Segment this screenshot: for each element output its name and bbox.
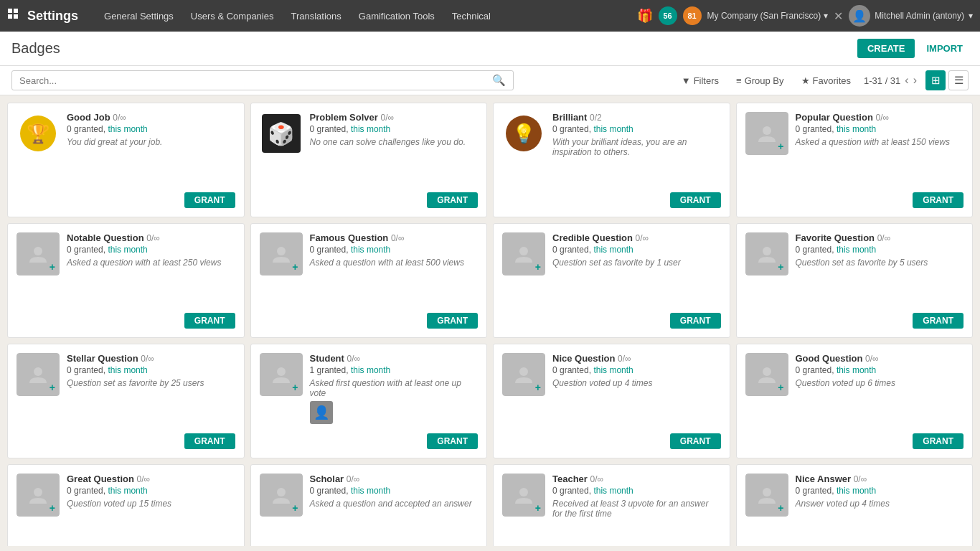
badge-count: 0/∞ (618, 354, 631, 364)
search-input[interactable] (19, 75, 492, 86)
badge-info: Nice Question 0/∞ 0 granted, this month … (552, 353, 721, 428)
badge-name[interactable]: Good Question (796, 353, 863, 364)
badge-name[interactable]: Good Job (67, 112, 110, 123)
badge-user-avatar: 👤 (310, 401, 333, 424)
main-content: 🏆 Good Job 0/∞ 0 granted, this month You… (0, 95, 980, 546)
menu-general-settings[interactable]: General Settings (97, 8, 181, 24)
menu-translations[interactable]: Translations (283, 8, 348, 24)
grant-button[interactable]: GRANT (913, 192, 963, 208)
badge-info: Nice Answer 0/∞ 0 granted, this month An… (796, 474, 964, 546)
svg-point-11 (519, 367, 528, 376)
badge-info: Favorite Question 0/∞ 0 granted, this mo… (796, 232, 964, 307)
badge-name[interactable]: Credible Question (552, 232, 633, 243)
badge-card-top: 🏆 Good Job 0/∞ 0 granted, this month You… (17, 112, 235, 187)
grant-button[interactable]: GRANT (184, 192, 235, 208)
company-switcher[interactable]: My Company (San Francisco) ▾ (707, 11, 829, 21)
badge-name[interactable]: Scholar (310, 474, 344, 484)
grant-button[interactable]: GRANT (913, 433, 963, 449)
badge-card: Famous Question 0/∞ 0 granted, this mont… (250, 223, 488, 338)
favorites-button[interactable]: ★ Favorites (797, 73, 855, 88)
badge-desc: Question set as favorite by 25 users (67, 378, 235, 388)
badge-card-top: Great Question 0/∞ 0 granted, this month… (17, 474, 235, 546)
grant-button[interactable]: GRANT (427, 313, 478, 329)
import-button[interactable]: IMPORT (920, 39, 969, 58)
menu-users-companies[interactable]: Users & Companies (184, 8, 281, 24)
badge-name[interactable]: Great Question (67, 474, 134, 484)
menu-gamification-tools[interactable]: Gamification Tools (352, 8, 442, 24)
groupby-icon: ≡ (736, 75, 742, 86)
svg-point-16 (763, 488, 771, 496)
badge-icon-wrap: 🎲 (260, 112, 303, 155)
filter-icon: ▼ (682, 75, 691, 86)
search-toolbar: 🔍 ▼ Filters ≡ Group By ★ Favorites 1-31 … (0, 66, 980, 95)
badge-desc: Question voted up 6 times (796, 378, 964, 388)
badge-granted: 0 granted, this month (310, 486, 479, 496)
badge-icon-wrap (17, 232, 60, 276)
badge-name[interactable]: Problem Solver (310, 112, 378, 123)
message-badge[interactable]: 81 (683, 6, 702, 25)
badge-granted: 0 granted, this month (796, 365, 964, 375)
grant-button[interactable]: GRANT (670, 433, 721, 449)
grant-button[interactable]: GRANT (427, 433, 478, 449)
badge-name[interactable]: Brilliant (552, 112, 587, 123)
badge-card-top: Popular Question 0/∞ 0 granted, this mon… (745, 112, 964, 187)
badge-name-line: Brilliant 0/2 (552, 112, 721, 123)
badge-info: Stellar Question 0/∞ 0 granted, this mon… (67, 353, 235, 428)
top-navigation: Settings General Settings Users & Compan… (0, 0, 980, 32)
grant-button[interactable]: GRANT (184, 313, 235, 329)
badge-icon-placeholder (260, 474, 303, 517)
user-menu[interactable]: 👤 Mitchell Admin (antony) ▾ (849, 5, 973, 27)
badge-name-line: Credible Question 0/∞ (552, 232, 721, 243)
badge-info: Credible Question 0/∞ 0 granted, this mo… (552, 232, 721, 307)
svg-point-15 (519, 488, 528, 496)
badge-desc: Asked a question with at least 150 views (796, 137, 964, 147)
badge-name-line: Nice Question 0/∞ (552, 353, 721, 364)
gift-icon[interactable]: 🎁 (637, 8, 653, 24)
groupby-button[interactable]: ≡ Group By (732, 73, 788, 88)
badge-icon-placeholder (745, 353, 788, 396)
badge-name[interactable]: Nice Question (552, 353, 615, 364)
grid-view-button[interactable]: ⊞ (925, 70, 946, 90)
topnav-right: 🎁 56 81 My Company (San Francisco) ▾ ✕ 👤… (637, 5, 973, 27)
create-button[interactable]: CREATE (857, 39, 915, 58)
badge-card-bottom: GRANT (502, 313, 721, 329)
badge-desc: Question voted up 4 times (552, 378, 721, 388)
next-page-button[interactable]: › (913, 74, 917, 87)
badge-count: 0/∞ (347, 354, 361, 364)
filters-button[interactable]: ▼ Filters (677, 73, 723, 88)
svg-rect-2 (8, 14, 12, 19)
badge-card-bottom: GRANT (260, 433, 479, 449)
badge-name[interactable]: Student (310, 353, 344, 364)
grant-button[interactable]: GRANT (427, 192, 478, 208)
badge-granted: 0 granted, this month (796, 245, 964, 255)
badge-info: Popular Question 0/∞ 0 granted, this mon… (796, 112, 964, 187)
badge-card-bottom: GRANT (17, 433, 235, 449)
activity-badge[interactable]: 56 (659, 6, 677, 25)
badge-card-top: Stellar Question 0/∞ 0 granted, this mon… (17, 353, 235, 428)
badge-name[interactable]: Teacher (552, 474, 588, 484)
badge-name[interactable]: Popular Question (796, 112, 873, 123)
badge-count: 0/∞ (875, 113, 889, 123)
grant-button[interactable]: GRANT (913, 313, 963, 329)
badge-icon-wrap (745, 232, 788, 276)
grid-icon[interactable] (7, 8, 20, 24)
grant-button[interactable]: GRANT (670, 192, 721, 208)
subheader-left: Badges (11, 40, 60, 57)
badge-name[interactable]: Notable Question (67, 232, 144, 243)
page-title: Badges (11, 40, 60, 57)
subheader-actions: CREATE IMPORT (857, 39, 969, 58)
badge-name[interactable]: Famous Question (310, 232, 389, 243)
badge-name[interactable]: Favorite Question (796, 232, 875, 243)
grant-button[interactable]: GRANT (670, 313, 721, 329)
badge-month: this month (593, 245, 633, 255)
prev-page-button[interactable]: ‹ (905, 74, 908, 87)
badge-icon-wrap (745, 474, 788, 517)
badge-granted: 0 granted, this month (796, 486, 964, 496)
badge-icon-wrap (745, 353, 788, 396)
menu-technical[interactable]: Technical (445, 8, 498, 24)
list-view-button[interactable]: ☰ (948, 70, 969, 90)
badge-name[interactable]: Stellar Question (67, 353, 138, 364)
badge-name[interactable]: Nice Answer (796, 474, 852, 484)
close-icon[interactable]: ✕ (834, 9, 843, 23)
grant-button[interactable]: GRANT (184, 433, 235, 449)
